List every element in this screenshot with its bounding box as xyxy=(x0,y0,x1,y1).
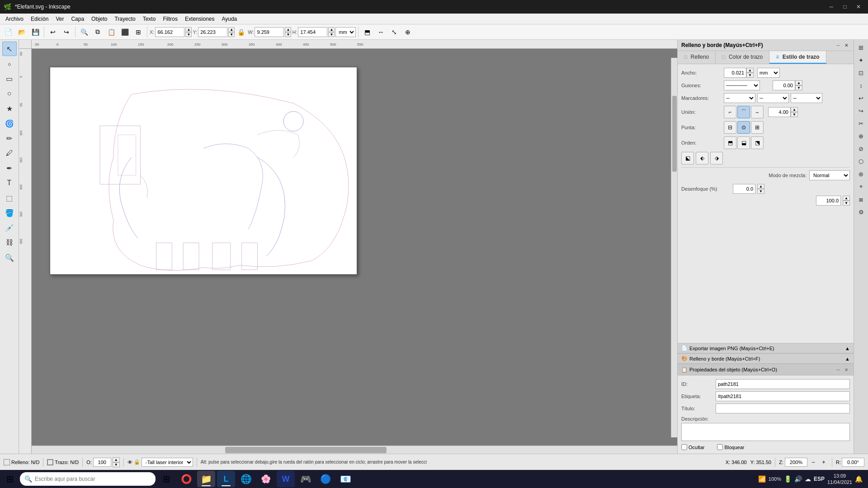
join-limit-input[interactable] xyxy=(768,107,791,117)
h-scrollbar[interactable] xyxy=(32,446,677,454)
zoom-out-status-btn[interactable]: − xyxy=(809,458,818,467)
dash-up-btn[interactable]: ▲ xyxy=(795,80,802,85)
star-tool[interactable]: ★ xyxy=(2,101,17,116)
redo-button[interactable]: ↪ xyxy=(60,26,73,38)
width-up-btn[interactable]: ▲ xyxy=(746,68,754,73)
taskbar-app-cortana[interactable]: ⭕ xyxy=(177,471,195,487)
order-btn6[interactable]: ⬗ xyxy=(710,152,723,164)
tab-color-trazo[interactable]: □ Color de trazo xyxy=(716,51,769,64)
export-section-header[interactable]: 📄 Exportar imagen PNG (Mayús+Ctrl+E) ▲ xyxy=(678,343,854,353)
canvas-area[interactable]: -50 0 50 100 150 200 250 300 350 400 450… xyxy=(19,40,677,454)
far-right-btn-4[interactable]: ↕ xyxy=(855,80,867,91)
zoom-input[interactable] xyxy=(785,458,807,467)
join-round-btn[interactable]: ⌒ xyxy=(737,106,750,118)
taskbar-app-l[interactable]: L xyxy=(217,471,235,487)
calligraphy-tool[interactable]: ✒ xyxy=(2,161,17,175)
spiral-tool[interactable]: 🌀 xyxy=(2,116,17,131)
menu-archivo[interactable]: Archivo xyxy=(2,15,27,23)
minimize-button[interactable]: ─ xyxy=(826,2,837,11)
menu-objeto[interactable]: Objeto xyxy=(88,15,111,23)
width-unit-select[interactable]: mm px xyxy=(757,68,780,78)
gradient-tool[interactable]: ⬚ xyxy=(2,191,17,205)
eyedropper-tool[interactable]: 💉 xyxy=(2,221,17,235)
cloud-icon[interactable]: ☁ xyxy=(805,475,811,483)
join-down-btn[interactable]: ▼ xyxy=(791,112,798,117)
menu-ayuda[interactable]: Ayuda xyxy=(218,15,241,23)
menu-filtros[interactable]: Filtros xyxy=(159,15,181,23)
lock-proportions-button[interactable]: 🔒 xyxy=(236,28,247,36)
eye-icon[interactable]: 👁 xyxy=(127,460,132,465)
blur-input[interactable] xyxy=(733,184,755,194)
far-right-btn-6[interactable]: ↪ xyxy=(855,105,867,117)
select-tool[interactable]: ↖ xyxy=(2,42,17,56)
h-scroll-thumb[interactable] xyxy=(225,447,387,453)
rotate-input[interactable] xyxy=(842,458,864,467)
w-down-btn[interactable]: ▼ xyxy=(285,32,291,37)
obj-props-close-btn[interactable]: ✕ xyxy=(843,366,850,373)
opacity-input[interactable] xyxy=(816,196,841,206)
canvas-viewport[interactable] xyxy=(32,49,677,446)
search-input[interactable] xyxy=(35,476,151,482)
join-bevel-btn[interactable]: ⌣ xyxy=(751,106,764,118)
transform-btn3[interactable]: ⤡ xyxy=(388,26,401,38)
taskbar-app-word[interactable]: W xyxy=(277,471,295,487)
menu-edicion[interactable]: Edición xyxy=(27,15,52,23)
menu-trayecto[interactable]: Trayecto xyxy=(111,15,139,23)
far-right-btn-11[interactable]: ⊛ xyxy=(855,168,867,180)
v-scroll-thumb[interactable] xyxy=(672,96,677,172)
open-button[interactable]: 📂 xyxy=(15,26,28,38)
order-btn3[interactable]: ⬔ xyxy=(751,136,764,149)
zoom-tool[interactable]: 🔍 xyxy=(2,250,17,265)
taskbar-app-explorer[interactable]: 📁 xyxy=(197,471,215,487)
x-down-btn[interactable]: ▼ xyxy=(185,32,192,37)
join-up-btn[interactable]: ▲ xyxy=(791,107,798,112)
dash-select[interactable]: ────── - - - - · · · · xyxy=(724,80,760,90)
far-right-btn-3[interactable]: ⊡ xyxy=(855,67,867,79)
unit-select[interactable]: mm px cm pt xyxy=(335,27,356,37)
dash-down-btn[interactable]: ▼ xyxy=(795,85,802,90)
cap-butt-btn[interactable]: ⊟ xyxy=(724,121,736,134)
fill-border-section-header[interactable]: 🎨 Relleno y borde (Mayús+Ctrl+F) ▲ xyxy=(678,353,854,364)
marker-mid-select[interactable]: ─ ● xyxy=(757,93,789,103)
etiqueta-input[interactable] xyxy=(716,391,850,401)
width-down-btn[interactable]: ▼ xyxy=(746,73,754,78)
battery-icon[interactable]: 🔋 xyxy=(784,475,792,483)
save-button[interactable]: 💾 xyxy=(29,26,42,38)
order-btn5[interactable]: ⬖ xyxy=(696,152,708,164)
obj-props-minimize-btn[interactable]: ─ xyxy=(835,366,842,373)
panel-minimize-btn[interactable]: ─ xyxy=(835,42,842,49)
x-up-btn[interactable]: ▲ xyxy=(185,27,192,32)
menu-ver[interactable]: Ver xyxy=(52,15,67,23)
far-right-btn-7[interactable]: ✂ xyxy=(855,117,867,129)
pen-tool[interactable]: 🖊 xyxy=(2,146,17,160)
transform-btn2[interactable]: ↔ xyxy=(374,26,387,38)
taskbar-app-taskview[interactable]: ⊞ xyxy=(157,471,175,487)
notification-icon[interactable]: 🔔 xyxy=(855,475,863,483)
y-input[interactable] xyxy=(198,27,227,37)
far-right-btn-10[interactable]: ⬡ xyxy=(855,155,867,167)
maximize-button[interactable]: □ xyxy=(839,2,851,11)
x-input[interactable] xyxy=(155,27,184,37)
panel-close-btn[interactable]: ✕ xyxy=(843,42,850,49)
volume-icon[interactable]: 🔊 xyxy=(794,475,802,483)
transform-btn4[interactable]: ⊕ xyxy=(401,26,414,38)
far-right-btn-9[interactable]: ⊘ xyxy=(855,143,867,155)
group-button[interactable]: ⬛ xyxy=(118,26,131,38)
taskbar-app-lightroom[interactable]: 🌸 xyxy=(257,471,275,487)
order-btn4[interactable]: ⬕ xyxy=(681,152,694,164)
zoom-in-status-btn[interactable]: + xyxy=(819,458,828,467)
tab-estilo-trazo[interactable]: ≡ Estilo de trazo xyxy=(769,51,826,64)
menu-capa[interactable]: Capa xyxy=(67,15,88,23)
desc-textarea[interactable] xyxy=(681,423,850,441)
rect-tool[interactable]: ▭ xyxy=(2,71,17,86)
tab-relleno[interactable]: □ Relleno xyxy=(678,51,716,64)
status-opacity-input[interactable] xyxy=(93,458,111,467)
far-right-btn-1[interactable]: ⊞ xyxy=(855,42,867,53)
zoom-in-button[interactable]: 🔍 xyxy=(78,26,90,38)
hide-checkbox[interactable] xyxy=(681,444,687,450)
circle-tool[interactable]: ○ xyxy=(2,86,17,101)
far-right-btn-5[interactable]: ↩ xyxy=(855,92,867,104)
language-indicator[interactable]: ESP xyxy=(814,476,825,482)
obj-props-section-header[interactable]: 📋 Propiedades del objeto (Mayús+Ctrl+O) … xyxy=(678,364,854,375)
close-button[interactable]: ✕ xyxy=(853,2,864,11)
